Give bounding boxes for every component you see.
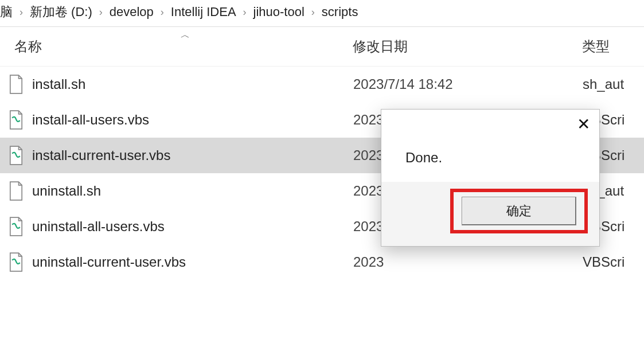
message-dialog: ✕ Done. 确定	[381, 109, 600, 247]
file-name: uninstall-all-users.vbs	[32, 219, 353, 235]
breadcrumb-segment[interactable]: scripts	[322, 5, 358, 20]
chevron-right-icon: ›	[311, 6, 315, 18]
file-type: sh_aut	[583, 76, 644, 92]
chevron-right-icon: ›	[99, 6, 103, 18]
column-header-modified[interactable]: 修改日期	[353, 37, 582, 56]
file-name: uninstall-current-user.vbs	[32, 254, 353, 270]
close-icon[interactable]: ✕	[577, 116, 590, 132]
column-header-type[interactable]: 类型	[582, 37, 644, 56]
file-date: 2023	[353, 254, 583, 270]
breadcrumb-segment[interactable]: jihuo-tool	[253, 5, 305, 20]
file-row[interactable]: install.sh 2023/7/14 18:42 sh_aut	[0, 67, 644, 102]
dialog-message: Done.	[381, 110, 599, 182]
breadcrumb-segment[interactable]: 新加卷 (D:)	[30, 3, 92, 21]
chevron-right-icon: ›	[243, 6, 247, 18]
chevron-right-icon: ›	[19, 6, 23, 18]
vbs-file-icon	[8, 146, 24, 165]
dialog-footer: 确定	[381, 182, 599, 246]
vbs-file-icon	[8, 110, 24, 130]
breadcrumb-segment[interactable]: develop	[110, 5, 154, 20]
column-header-name-label: 名称	[14, 38, 42, 54]
vbs-file-icon	[8, 252, 24, 272]
file-date: 2023/7/14 18:42	[353, 76, 583, 92]
breadcrumb-segment[interactable]: 脑	[0, 3, 13, 21]
file-name: install-current-user.vbs	[32, 147, 353, 163]
ok-button[interactable]: 确定	[462, 197, 576, 225]
file-type: VBScri	[583, 254, 644, 270]
file-name: install-all-users.vbs	[32, 112, 353, 128]
file-name: install.sh	[32, 76, 353, 92]
sort-ascending-icon: ︿	[181, 29, 190, 41]
column-header-name[interactable]: 名称 ︿	[14, 37, 353, 56]
file-icon	[8, 75, 24, 94]
chevron-right-icon: ›	[161, 6, 164, 18]
file-row[interactable]: uninstall-current-user.vbs 2023 VBScri	[0, 244, 644, 280]
highlight-annotation: 确定	[450, 189, 588, 233]
breadcrumb: 脑 › 新加卷 (D:) › develop › Intellij IDEA ›…	[0, 0, 644, 26]
breadcrumb-segment[interactable]: Intellij IDEA	[171, 5, 236, 20]
file-icon	[8, 181, 24, 201]
file-name: uninstall.sh	[32, 183, 353, 199]
column-headers: 名称 ︿ 修改日期 类型	[0, 27, 644, 67]
vbs-file-icon	[8, 217, 24, 236]
